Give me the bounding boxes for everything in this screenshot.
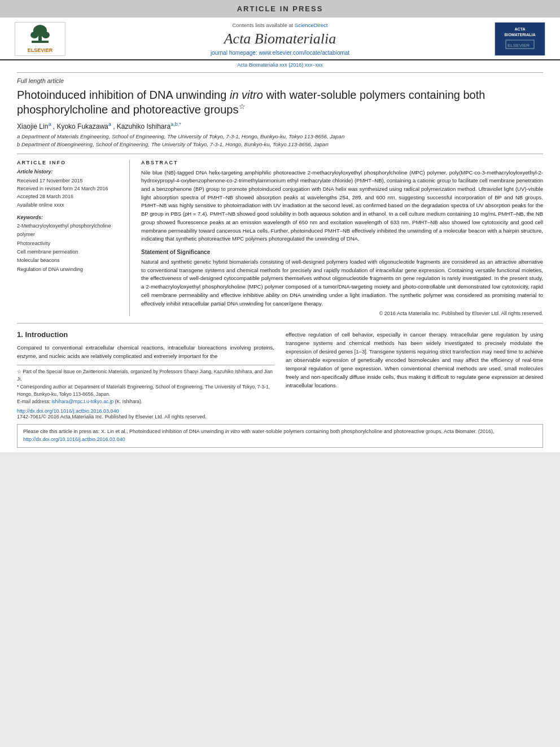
- journal-homepage: journal homepage: www.elsevier.com/locat…: [71, 50, 489, 56]
- article-info-column: ARTICLE INFO Article history: Received 1…: [17, 160, 130, 317]
- elsevier-logo-box: ELSEVIER: [15, 22, 65, 56]
- acta-logo-text: ACTABIOMATERIALIA: [504, 27, 535, 37]
- abstract-text: Nile blue (NB)-tagged DNA helix-targetin…: [141, 169, 543, 243]
- history-received: Received 17 November 2015: [17, 177, 121, 185]
- intro-section-title: 1. Introduction: [17, 330, 274, 339]
- section-divider: [17, 323, 543, 324]
- history-revised: Received in revised form 24 March 2016: [17, 185, 121, 193]
- affiliations: a Department of Materials Engineering, S…: [17, 133, 543, 149]
- journal-header-center: Contents lists available at ScienceDirec…: [71, 22, 489, 56]
- copyright-line: © 2016 Acta Materialia Inc. Published by…: [141, 311, 543, 316]
- article-info-header: ARTICLE INFO: [17, 160, 121, 165]
- svg-text:ELSEVIER: ELSEVIER: [508, 43, 530, 48]
- sciencedirect-link[interactable]: ScienceDirect: [295, 22, 328, 28]
- history-accepted: Accepted 28 March 2016: [17, 193, 121, 200]
- intro-right-text-content: effective regulation of cell behavior, e…: [286, 331, 543, 388]
- history-available: Available online xxxx: [17, 201, 121, 209]
- content-area: Full length article Photoinduced inhibit…: [0, 72, 560, 420]
- journal-header: ELSEVIER Contents lists available at Sci…: [0, 18, 560, 60]
- acta-logo-graphic: ELSEVIER: [503, 37, 537, 51]
- author2: , Kyoko Fukazawa: [53, 123, 108, 130]
- article-history-label: Article history:: [17, 169, 121, 174]
- title-star: ☆: [239, 102, 246, 111]
- article-type: Full length article: [17, 72, 543, 84]
- elsevier-label: ELSEVIER: [28, 47, 53, 53]
- article-info-abstract-section: ARTICLE INFO Article history: Received 1…: [17, 154, 543, 317]
- keywords-section: Keywords: 2-Methacryloyloxyethyl phospho…: [17, 215, 121, 274]
- cite-italic: in vitro: [225, 429, 240, 434]
- keyword1: 2-Methacryloyloxyethyl phosphorylcholine…: [17, 222, 121, 239]
- author3-sup: a,b,*: [170, 121, 181, 127]
- statement-title: Statement of Significance: [141, 249, 543, 255]
- email-label: E-mail address:: [17, 399, 50, 404]
- cite-doi-link[interactable]: http://dx.doi.org/10.1016/j.actbio.2016.…: [23, 436, 125, 442]
- cite-suffix: with water-soluble polymers containing b…: [240, 429, 494, 434]
- svg-point-4: [42, 32, 50, 38]
- banner-text: ARTICLE IN PRESS: [237, 5, 323, 13]
- keyword2: Photoreactivity: [17, 239, 121, 248]
- cite-prefix: Please cite this article in press as: X.…: [23, 429, 225, 434]
- email-suffix: (K. Ishihara).: [115, 399, 143, 404]
- issn-line: 1742-7061/© 2016 Acta Materialia Inc. Pu…: [17, 414, 274, 420]
- statement-text: Natural and synthetic genetic hybrid bio…: [141, 258, 543, 308]
- title-part1: Photoinduced inhibition of DNA unwinding: [17, 89, 230, 101]
- footnote-section: ☆ Part of the Special Issue on Zwitterio…: [17, 365, 274, 405]
- homepage-url[interactable]: www.elsevier.com/locate/actabiomat: [259, 50, 350, 56]
- doi-line: Acta Biomaterialia xxx (2016) xxx–xxx: [0, 60, 560, 69]
- authors-line: Xiaojie Lina , Kyoko Fukazawaa , Kazuhik…: [17, 121, 543, 130]
- footnote-email: E-mail address: ishihara@mpc.t.u-tokyo.a…: [17, 398, 274, 405]
- sciencedirect-note: Contents lists available at ScienceDirec…: [71, 22, 489, 28]
- elsevier-tree-icon: [26, 25, 54, 46]
- intro-left-text-content: Compared to conventional extracellular c…: [17, 344, 274, 359]
- svg-point-3: [30, 32, 38, 38]
- abstract-column: ABSTRACT Nile blue (NB)-tagged DNA helix…: [141, 160, 543, 317]
- intro-right-text: effective regulation of cell behavior, e…: [286, 330, 543, 390]
- page: ARTICLE IN PRESS ELSEVIER Contents lists…: [0, 0, 560, 452]
- author2-sup: a: [108, 121, 111, 127]
- email-link[interactable]: ishihara@mpc.t.u-tokyo.ac.jp: [51, 399, 113, 404]
- title-italic: in vitro: [230, 89, 263, 101]
- author3: , Kazuhiko Ishihara: [113, 123, 170, 130]
- keyword4: Molecular beacons: [17, 256, 121, 265]
- cite-box: Please cite this article in press as: X.…: [17, 424, 543, 448]
- affiliation-b: b Department of Bioengineering, School o…: [17, 141, 543, 148]
- elsevier-logo-area: ELSEVIER: [9, 22, 71, 56]
- homepage-label: journal homepage:: [211, 50, 257, 56]
- article-in-press-banner: ARTICLE IN PRESS: [0, 0, 560, 18]
- footnote-corresponding: * Corresponding author at: Department of…: [17, 383, 274, 398]
- acta-logo-area: ACTABIOMATERIALIA ELSEVIER: [489, 22, 551, 56]
- footnote-star: ☆ Part of the Special Issue on Zwitterio…: [17, 368, 274, 383]
- keywords-label: Keywords:: [17, 215, 121, 220]
- introduction-section: 1. Introduction Compared to conventional…: [17, 330, 543, 420]
- article-main-title: Photoinduced inhibition of DNA unwinding…: [17, 88, 543, 117]
- keyword3: Cell membrane permeation: [17, 248, 121, 256]
- intro-left-text: Compared to conventional extracellular c…: [17, 343, 274, 360]
- contents-note: Contents lists available at: [233, 22, 294, 28]
- abstract-header: ABSTRACT: [141, 160, 543, 165]
- keyword5: Regulation of DNA unwinding: [17, 265, 121, 274]
- author1-sup: a: [48, 121, 51, 127]
- intro-left-column: 1. Introduction Compared to conventional…: [17, 330, 274, 420]
- affiliation-a: a Department of Materials Engineering, S…: [17, 133, 543, 141]
- intro-right-column: effective regulation of cell behavior, e…: [286, 330, 543, 420]
- author1: Xiaojie Lin: [17, 123, 48, 130]
- acta-logo-box: ACTABIOMATERIALIA ELSEVIER: [495, 22, 545, 56]
- journal-title: Acta Biomaterialia: [71, 30, 489, 47]
- doi-link1[interactable]: http://dx.doi.org/10.1016/j.actbio.2016.…: [17, 408, 274, 414]
- doi-section: http://dx.doi.org/10.1016/j.actbio.2016.…: [17, 408, 274, 420]
